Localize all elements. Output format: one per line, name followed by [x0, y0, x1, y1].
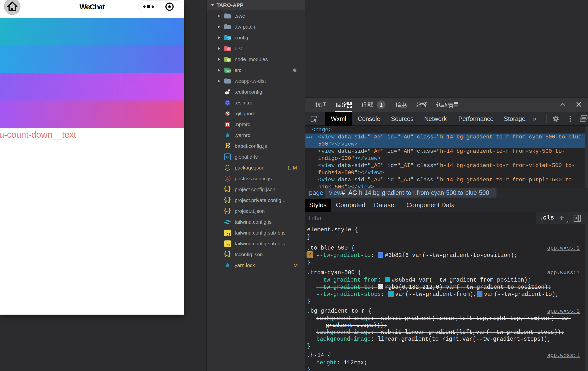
svg-text:JS: JS: [226, 167, 229, 169]
svg-text:</>: </>: [226, 69, 231, 73]
